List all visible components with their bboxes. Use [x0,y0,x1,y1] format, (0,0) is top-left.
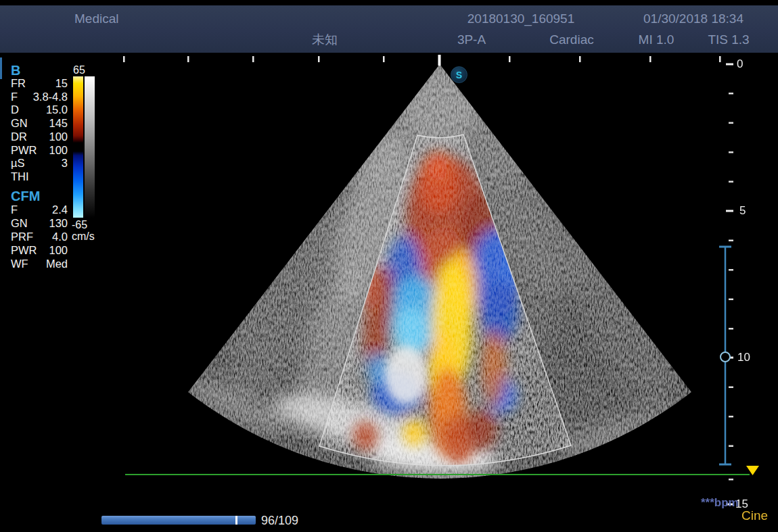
active-image-edge-marker [0,57,2,79]
bmode-header: B [11,63,20,78]
bright-tissue-blob [384,345,428,405]
param-row: THI [11,170,68,183]
probe-label: 3P-A [457,32,486,47]
param-row: PWR100 [11,244,68,257]
depth-label-10: 10 [737,351,750,364]
apex-marker [438,55,441,66]
param-row: PWR100 [11,144,68,157]
param-row: D15.0 [11,103,68,116]
velocity-unit-label: cm/s [72,231,95,243]
param-row: WFMed [11,258,68,270]
depth-ruler-ticks [726,64,733,506]
ecg-sweep-triangle [746,466,759,475]
ultrasound-screen: { "header": { "brand": "Medical", "exam_… [0,0,778,532]
focus-handle[interactable] [720,352,730,362]
brand-label: Medical [74,11,118,26]
preset-label: Cardiac [549,32,593,47]
doppler-color-scale [73,76,83,218]
cine-progress-bar[interactable] [101,516,256,525]
probe-orientation-icon: S [451,66,467,83]
velocity-min-label: -65 [72,219,87,231]
cfm-header: CFM [11,189,40,204]
tis-value: TIS 1.3 [708,32,749,47]
param-row: DR100 [11,130,68,143]
cine-position-marker[interactable] [235,516,237,525]
param-row: FR15 [11,77,68,90]
patient-name: 未知 [312,32,338,47]
depth-slider[interactable] [719,246,731,466]
frame-counter: 96/109 [261,514,298,528]
datetime: 01/30/2018 18:34 [643,11,743,26]
cine-mode-label: Cine [741,508,768,523]
gray-scale-bar [85,76,95,218]
param-row: PRF4.0 [11,231,68,243]
depth-label-5: 5 [739,204,746,218]
param-row: µS3 [11,157,68,170]
param-row: GN130 [11,217,68,230]
param-row: F3.8-4.8 [11,91,68,103]
top-ruler-ticks [123,55,721,66]
param-row: F2.4 [11,203,68,216]
ultrasound-image-canvas [0,0,778,532]
heart-rate-value: ***bpm [701,496,739,510]
mi-value: MI 1.0 [639,32,674,47]
header-bar: Medical 20180130_160951 01/30/2018 18:34… [0,5,778,53]
velocity-max-label: 65 [73,64,85,76]
exam-id: 20180130_160951 [467,11,575,26]
depth-label-0: 0 [737,57,743,71]
param-row: GN145 [11,117,68,130]
